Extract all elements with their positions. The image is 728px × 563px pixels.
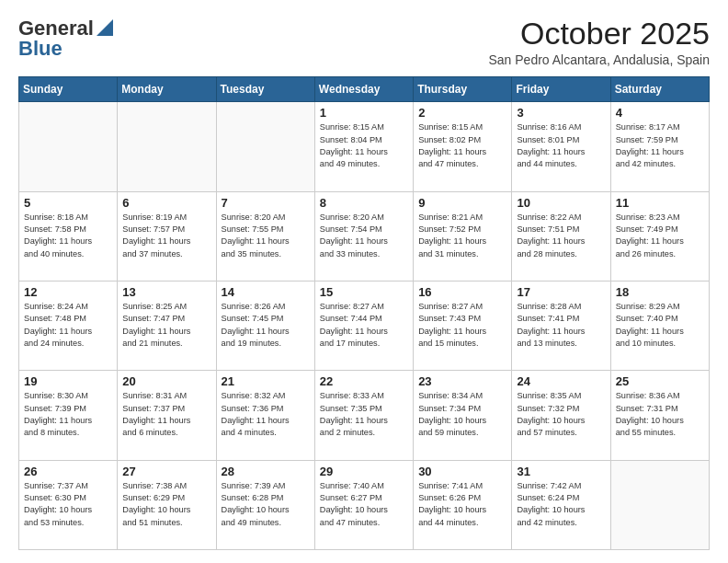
calendar-week-row: 5Sunrise: 8:18 AM Sunset: 7:58 PM Daylig… [19, 191, 710, 281]
calendar-day-cell [610, 460, 709, 549]
calendar-day-cell: 18Sunrise: 8:29 AM Sunset: 7:40 PM Dayli… [610, 282, 709, 371]
day-number: 2 [418, 106, 506, 120]
day-number: 26 [24, 465, 112, 478]
day-info: Sunrise: 8:30 AM Sunset: 7:39 PM Dayligh… [24, 390, 112, 439]
calendar-day-cell: 5Sunrise: 8:18 AM Sunset: 7:58 PM Daylig… [19, 191, 118, 281]
day-number: 5 [24, 196, 112, 210]
day-info: Sunrise: 8:16 AM Sunset: 8:01 PM Dayligh… [517, 121, 605, 170]
day-number: 16 [418, 285, 506, 299]
weekday-header-row: SundayMondayTuesdayWednesdayThursdayFrid… [19, 77, 710, 102]
header: General Blue October 2025 San Pedro Alca… [18, 17, 710, 67]
weekday-header-cell: Friday [512, 77, 610, 102]
day-number: 18 [616, 285, 704, 299]
day-number: 22 [320, 374, 408, 388]
day-number: 31 [517, 465, 605, 478]
calendar-day-cell: 10Sunrise: 8:22 AM Sunset: 7:51 PM Dayli… [512, 191, 610, 281]
calendar-table: SundayMondayTuesdayWednesdayThursdayFrid… [18, 76, 710, 550]
svg-marker-0 [97, 19, 113, 36]
calendar-day-cell [118, 102, 216, 191]
calendar-day-cell: 15Sunrise: 8:27 AM Sunset: 7:44 PM Dayli… [314, 282, 413, 371]
day-info: Sunrise: 8:26 AM Sunset: 7:45 PM Dayligh… [222, 301, 310, 350]
day-number: 21 [222, 374, 310, 388]
day-info: Sunrise: 7:37 AM Sunset: 6:30 PM Dayligh… [24, 480, 112, 529]
day-number: 30 [418, 465, 506, 478]
day-info: Sunrise: 8:33 AM Sunset: 7:35 PM Dayligh… [320, 390, 408, 439]
day-info: Sunrise: 8:19 AM Sunset: 7:57 PM Dayligh… [122, 212, 210, 260]
day-info: Sunrise: 8:34 AM Sunset: 7:34 PM Dayligh… [418, 390, 506, 439]
day-info: Sunrise: 8:15 AM Sunset: 8:02 PM Dayligh… [418, 121, 506, 170]
day-info: Sunrise: 8:35 AM Sunset: 7:32 PM Dayligh… [517, 390, 605, 439]
calendar-day-cell: 29Sunrise: 7:40 AM Sunset: 6:27 PM Dayli… [314, 460, 413, 549]
title-block: October 2025 San Pedro Alcantara, Andalu… [488, 17, 710, 67]
page: General Blue October 2025 San Pedro Alca… [0, 0, 728, 563]
day-info: Sunrise: 8:27 AM Sunset: 7:43 PM Dayligh… [418, 301, 506, 350]
calendar-day-cell: 24Sunrise: 8:35 AM Sunset: 7:32 PM Dayli… [512, 371, 610, 460]
logo: General Blue [18, 17, 113, 61]
calendar-day-cell: 13Sunrise: 8:25 AM Sunset: 7:47 PM Dayli… [118, 282, 216, 371]
calendar-day-cell: 4Sunrise: 8:17 AM Sunset: 7:59 PM Daylig… [610, 102, 709, 191]
calendar-day-cell: 11Sunrise: 8:23 AM Sunset: 7:49 PM Dayli… [610, 191, 709, 281]
day-number: 20 [122, 374, 210, 388]
day-info: Sunrise: 8:20 AM Sunset: 7:55 PM Dayligh… [222, 212, 310, 260]
day-number: 12 [24, 285, 112, 299]
day-number: 28 [222, 465, 310, 478]
calendar-day-cell: 12Sunrise: 8:24 AM Sunset: 7:48 PM Dayli… [19, 282, 118, 371]
calendar-day-cell: 20Sunrise: 8:31 AM Sunset: 7:37 PM Dayli… [118, 371, 216, 460]
calendar-day-cell: 2Sunrise: 8:15 AM Sunset: 8:02 PM Daylig… [414, 102, 512, 191]
calendar-day-cell: 30Sunrise: 7:41 AM Sunset: 6:26 PM Dayli… [414, 460, 512, 549]
calendar-day-cell: 7Sunrise: 8:20 AM Sunset: 7:55 PM Daylig… [216, 191, 314, 281]
day-info: Sunrise: 7:42 AM Sunset: 6:24 PM Dayligh… [517, 480, 605, 529]
day-info: Sunrise: 8:20 AM Sunset: 7:54 PM Dayligh… [320, 212, 408, 260]
day-number: 14 [222, 285, 310, 299]
day-number: 25 [616, 374, 704, 388]
logo-icon [97, 19, 113, 36]
day-number: 15 [320, 285, 408, 299]
calendar-day-cell: 23Sunrise: 8:34 AM Sunset: 7:34 PM Dayli… [414, 371, 512, 460]
day-info: Sunrise: 8:17 AM Sunset: 7:59 PM Dayligh… [616, 121, 704, 170]
calendar-day-cell: 3Sunrise: 8:16 AM Sunset: 8:01 PM Daylig… [512, 102, 610, 191]
day-number: 17 [517, 285, 605, 299]
calendar-day-cell: 31Sunrise: 7:42 AM Sunset: 6:24 PM Dayli… [512, 460, 610, 549]
day-info: Sunrise: 8:23 AM Sunset: 7:49 PM Dayligh… [616, 212, 704, 260]
day-info: Sunrise: 8:36 AM Sunset: 7:31 PM Dayligh… [616, 390, 704, 439]
calendar-day-cell: 19Sunrise: 8:30 AM Sunset: 7:39 PM Dayli… [19, 371, 118, 460]
location: San Pedro Alcantara, Andalusia, Spain [488, 52, 710, 67]
calendar-week-row: 1Sunrise: 8:15 AM Sunset: 8:04 PM Daylig… [19, 102, 710, 191]
day-number: 23 [418, 374, 506, 388]
day-info: Sunrise: 8:21 AM Sunset: 7:52 PM Dayligh… [418, 212, 506, 260]
calendar-day-cell: 8Sunrise: 8:20 AM Sunset: 7:54 PM Daylig… [314, 191, 413, 281]
day-number: 8 [320, 196, 408, 210]
calendar-day-cell: 14Sunrise: 8:26 AM Sunset: 7:45 PM Dayli… [216, 282, 314, 371]
day-info: Sunrise: 8:27 AM Sunset: 7:44 PM Dayligh… [320, 301, 408, 350]
day-info: Sunrise: 8:22 AM Sunset: 7:51 PM Dayligh… [517, 212, 605, 260]
calendar-day-cell: 28Sunrise: 7:39 AM Sunset: 6:28 PM Dayli… [216, 460, 314, 549]
day-number: 10 [517, 196, 605, 210]
calendar-body: 1Sunrise: 8:15 AM Sunset: 8:04 PM Daylig… [19, 102, 710, 550]
day-info: Sunrise: 7:38 AM Sunset: 6:29 PM Dayligh… [122, 480, 210, 529]
day-info: Sunrise: 7:40 AM Sunset: 6:27 PM Dayligh… [320, 480, 408, 529]
weekday-header-cell: Thursday [414, 77, 512, 102]
day-number: 11 [616, 196, 704, 210]
calendar-day-cell: 26Sunrise: 7:37 AM Sunset: 6:30 PM Dayli… [19, 460, 118, 549]
day-number: 27 [122, 465, 210, 478]
calendar-day-cell [19, 102, 118, 191]
calendar-week-row: 12Sunrise: 8:24 AM Sunset: 7:48 PM Dayli… [19, 282, 710, 371]
day-number: 13 [122, 285, 210, 299]
day-info: Sunrise: 8:24 AM Sunset: 7:48 PM Dayligh… [24, 301, 112, 350]
day-number: 9 [418, 196, 506, 210]
day-number: 24 [517, 374, 605, 388]
day-number: 7 [222, 196, 310, 210]
day-number: 29 [320, 465, 408, 478]
day-info: Sunrise: 8:29 AM Sunset: 7:40 PM Dayligh… [616, 301, 704, 350]
day-info: Sunrise: 8:15 AM Sunset: 8:04 PM Dayligh… [320, 121, 408, 170]
month-title: October 2025 [488, 17, 710, 51]
calendar-day-cell [216, 102, 314, 191]
calendar-day-cell: 1Sunrise: 8:15 AM Sunset: 8:04 PM Daylig… [314, 102, 413, 191]
calendar-week-row: 26Sunrise: 7:37 AM Sunset: 6:30 PM Dayli… [19, 460, 710, 549]
calendar-day-cell: 27Sunrise: 7:38 AM Sunset: 6:29 PM Dayli… [118, 460, 216, 549]
day-info: Sunrise: 8:18 AM Sunset: 7:58 PM Dayligh… [24, 212, 112, 260]
weekday-header-cell: Sunday [19, 77, 118, 102]
weekday-header-cell: Tuesday [216, 77, 314, 102]
weekday-header-cell: Monday [118, 77, 216, 102]
calendar-day-cell: 17Sunrise: 8:28 AM Sunset: 7:41 PM Dayli… [512, 282, 610, 371]
